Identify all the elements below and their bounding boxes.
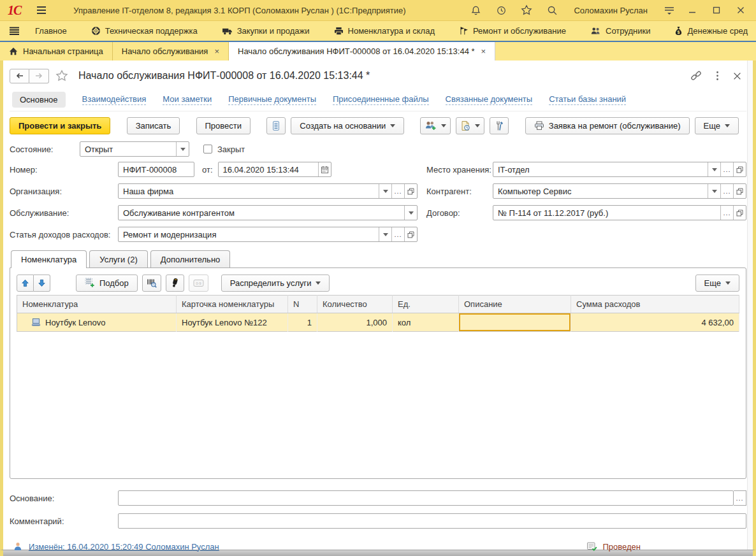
nav-link-related-documents[interactable]: Связанные документы bbox=[446, 94, 533, 105]
choose-button[interactable]: ... bbox=[391, 227, 404, 241]
forward-button[interactable] bbox=[29, 69, 49, 83]
favorite-star-icon[interactable] bbox=[55, 69, 68, 82]
nav-link-my-notes[interactable]: Мои заметки bbox=[163, 94, 212, 105]
modified-history-link[interactable]: Изменён: 16.04.2020 15:20:49 Соломахин Р… bbox=[29, 542, 219, 552]
dropdown-button[interactable] bbox=[379, 184, 391, 198]
closed-checkbox[interactable] bbox=[203, 145, 212, 153]
nav-link-attached-files[interactable]: Присоединенные файлы bbox=[333, 94, 429, 105]
column-nomenclature[interactable]: Номенклатура bbox=[17, 296, 177, 313]
open-item-icon[interactable] bbox=[733, 162, 746, 176]
get-link-icon[interactable] bbox=[690, 70, 702, 82]
section-repair-service[interactable]: Ремонт и обслуживание bbox=[450, 21, 575, 41]
section-money[interactable]: $ Денежные сред bbox=[665, 21, 756, 41]
maximize-icon[interactable] bbox=[713, 6, 724, 14]
section-purchases-sales[interactable]: Закупки и продажи bbox=[213, 21, 319, 41]
cell-nomenclature[interactable]: Ноутбук Lenovo bbox=[17, 313, 177, 332]
pick-items-button[interactable]: Подбор bbox=[76, 274, 138, 292]
number-input[interactable]: НФИТ-000008 bbox=[118, 162, 194, 177]
nav-link-primary-documents[interactable]: Первичные документы bbox=[228, 94, 316, 105]
favorites-star-icon[interactable] bbox=[520, 4, 533, 17]
basis-input[interactable] bbox=[118, 490, 734, 506]
open-item-icon[interactable] bbox=[733, 206, 746, 220]
service-menu-icon[interactable] bbox=[663, 4, 676, 17]
cell-quantity[interactable]: 1,000 bbox=[317, 313, 393, 332]
notifications-bell-icon[interactable] bbox=[469, 4, 482, 17]
close-window-icon[interactable] bbox=[737, 6, 748, 14]
close-tab-icon[interactable]: × bbox=[214, 46, 219, 56]
search-icon[interactable] bbox=[546, 4, 558, 17]
sections-menu-icon[interactable] bbox=[9, 25, 20, 38]
cell-n[interactable]: 1 bbox=[288, 313, 317, 332]
dropdown-button[interactable] bbox=[379, 227, 391, 241]
column-card[interactable]: Карточка номенклатуры bbox=[177, 296, 288, 313]
section-employees[interactable]: Сотрудники bbox=[581, 21, 659, 41]
save-button[interactable]: Записать bbox=[127, 117, 180, 134]
form-scrollbar[interactable] bbox=[747, 61, 753, 550]
scanner-button[interactable] bbox=[166, 274, 184, 292]
post-button[interactable]: Провести bbox=[196, 117, 251, 134]
dropdown-button[interactable] bbox=[708, 184, 720, 198]
dropdown-button[interactable] bbox=[708, 162, 720, 176]
cell-amount[interactable]: 4 632,00 bbox=[571, 313, 739, 332]
state-combobox[interactable]: Открыт bbox=[80, 141, 189, 157]
create-task-button[interactable] bbox=[456, 117, 484, 134]
close-tab-icon[interactable]: × bbox=[481, 46, 486, 56]
storage-place-input[interactable]: IT-отдел ... bbox=[493, 162, 746, 177]
column-quantity[interactable]: Количество bbox=[317, 296, 393, 313]
tab-service-start-document[interactable]: Начало обслуживания НФИТ-000008 от 16.04… bbox=[229, 42, 495, 61]
document-more-button[interactable]: Еще bbox=[695, 117, 739, 134]
current-user[interactable]: Соломахин Руслан bbox=[574, 6, 648, 15]
nav-link-interactions[interactable]: Взаимодействия bbox=[82, 94, 147, 105]
close-document-icon[interactable] bbox=[733, 72, 741, 80]
calendar-icon[interactable] bbox=[318, 162, 331, 176]
service-type-combobox[interactable]: Обслуживание контрагентом bbox=[118, 205, 418, 220]
cell-card[interactable]: Ноутбук Lenovo №122 bbox=[177, 313, 288, 332]
assign-responsible-button[interactable] bbox=[420, 117, 451, 134]
choose-button[interactable]: ... bbox=[720, 162, 733, 176]
open-item-icon[interactable] bbox=[404, 227, 417, 241]
tab-additional[interactable]: Дополнительно bbox=[150, 250, 231, 267]
open-item-icon[interactable] bbox=[733, 184, 746, 198]
dropdown-button[interactable] bbox=[176, 142, 189, 156]
tab-service-start-list[interactable]: Начало обслуживания × bbox=[113, 42, 229, 61]
section-nomenclature-warehouse[interactable]: Номенклатура и склад bbox=[325, 21, 444, 41]
contract-input[interactable]: № П-114 от 11.12.2017 (руб.) ... bbox=[493, 205, 746, 220]
subordination-structure-button[interactable] bbox=[266, 117, 286, 134]
organization-input[interactable]: Наша фирма ... bbox=[118, 183, 418, 199]
tab-nomenclature[interactable]: Номенклатура bbox=[11, 250, 87, 268]
more-menu-kebab-icon[interactable] bbox=[716, 71, 719, 81]
history-clock-icon[interactable] bbox=[495, 4, 507, 17]
price-check-button-disabled[interactable]: 0-9 bbox=[189, 274, 208, 292]
section-tech-support[interactable]: Техническая поддержка bbox=[82, 21, 207, 41]
section-main[interactable]: Главное bbox=[26, 21, 76, 41]
barcode-search-button[interactable] bbox=[142, 274, 161, 292]
service-tools-button[interactable] bbox=[490, 117, 509, 134]
table-more-button[interactable]: Еще bbox=[695, 274, 739, 292]
expense-item-input[interactable]: Ремонт и модернизация ... bbox=[118, 227, 418, 242]
move-up-button[interactable] bbox=[17, 274, 34, 292]
basis-choose-button[interactable]: ... bbox=[734, 490, 746, 506]
repair-request-button[interactable]: Заявка на ремонт (обслуживание) bbox=[525, 117, 690, 134]
main-menu-icon[interactable] bbox=[35, 4, 48, 17]
cell-unit[interactable]: кол bbox=[393, 313, 459, 332]
choose-button[interactable]: ... bbox=[720, 206, 733, 220]
choose-button[interactable]: ... bbox=[720, 184, 733, 198]
date-input[interactable]: 16.04.2020 15:13:44 bbox=[218, 162, 331, 177]
choose-button[interactable]: ... bbox=[391, 184, 404, 198]
column-amount[interactable]: Сумма расходов bbox=[571, 296, 739, 313]
column-description[interactable]: Описание bbox=[459, 296, 571, 313]
column-n[interactable]: N bbox=[288, 296, 317, 313]
nav-link-knowledge-base[interactable]: Статьи базы знаний bbox=[549, 94, 626, 105]
tab-services[interactable]: Услуги (2) bbox=[89, 250, 147, 267]
tab-home-page[interactable]: Начальная страница bbox=[0, 42, 113, 61]
create-based-on-button[interactable]: Создать на основании bbox=[291, 117, 404, 134]
dropdown-button[interactable] bbox=[404, 206, 417, 220]
move-down-button[interactable] bbox=[34, 274, 50, 292]
back-button[interactable] bbox=[10, 69, 29, 83]
comment-input[interactable] bbox=[118, 513, 746, 529]
counterparty-input[interactable]: Компьютер Сервис ... bbox=[493, 183, 746, 199]
cell-description-selected[interactable] bbox=[459, 313, 571, 332]
column-unit[interactable]: Ед. bbox=[393, 296, 459, 313]
nav-link-main[interactable]: Основное bbox=[12, 92, 66, 108]
post-and-close-button[interactable]: Провести и закрыть bbox=[10, 117, 110, 134]
